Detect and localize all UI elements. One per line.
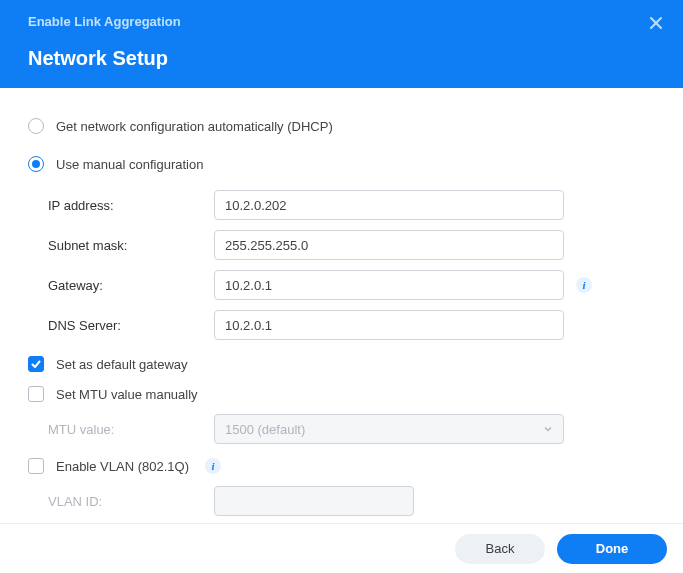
ip-address-input[interactable] (214, 190, 564, 220)
radio-icon (28, 118, 44, 134)
chevron-down-icon (543, 422, 553, 437)
wizard-dialog: Enable Link Aggregation Network Setup Ge… (0, 0, 683, 573)
mtu-value-select: 1500 (default) (214, 414, 564, 444)
checkbox-label: Set MTU value manually (56, 387, 198, 402)
wizard-title: Enable Link Aggregation (28, 0, 655, 29)
radio-dhcp[interactable]: Get network configuration automatically … (28, 118, 655, 134)
back-button[interactable]: Back (455, 534, 545, 564)
vlan-fields: VLAN ID: (28, 486, 655, 516)
radio-manual[interactable]: Use manual configuration (28, 156, 655, 172)
gateway-info-icon[interactable]: i (576, 277, 592, 293)
wizard-body: Get network configuration automatically … (0, 88, 683, 516)
gateway-label: Gateway: (48, 278, 210, 293)
checkbox-label: Enable VLAN (802.1Q) (56, 459, 189, 474)
radio-label: Get network configuration automatically … (56, 119, 333, 134)
gateway-input[interactable] (214, 270, 564, 300)
subnet-mask-input[interactable] (214, 230, 564, 260)
manual-fields: IP address: Subnet mask: Gateway: i DNS … (28, 190, 655, 340)
close-button[interactable] (645, 12, 667, 34)
vlan-id-label: VLAN ID: (48, 494, 210, 509)
checkbox-icon (28, 356, 44, 372)
wizard-footer: Back Done (0, 523, 683, 573)
radio-icon (28, 156, 44, 172)
checkbox-label: Set as default gateway (56, 357, 188, 372)
ip-address-label: IP address: (48, 198, 210, 213)
mtu-value-display: 1500 (default) (225, 422, 305, 437)
mtu-manual-checkbox-row[interactable]: Set MTU value manually (28, 386, 655, 402)
subnet-mask-label: Subnet mask: (48, 238, 210, 253)
mtu-value-label: MTU value: (48, 422, 210, 437)
checkbox-icon (28, 386, 44, 402)
done-button[interactable]: Done (557, 534, 667, 564)
checkbox-icon (28, 458, 44, 474)
config-mode-radio-group: Get network configuration automatically … (28, 118, 655, 172)
mtu-fields: MTU value: 1500 (default) (28, 414, 655, 444)
vlan-enable-checkbox-row[interactable]: Enable VLAN (802.1Q) i (28, 458, 655, 474)
close-icon (649, 16, 663, 30)
vlan-info-icon[interactable]: i (205, 458, 221, 474)
dns-server-label: DNS Server: (48, 318, 210, 333)
vlan-id-input (214, 486, 414, 516)
dns-server-input[interactable] (214, 310, 564, 340)
radio-label: Use manual configuration (56, 157, 203, 172)
wizard-header: Enable Link Aggregation Network Setup (0, 0, 683, 88)
default-gateway-checkbox-row[interactable]: Set as default gateway (28, 356, 655, 372)
page-title: Network Setup (28, 47, 655, 70)
